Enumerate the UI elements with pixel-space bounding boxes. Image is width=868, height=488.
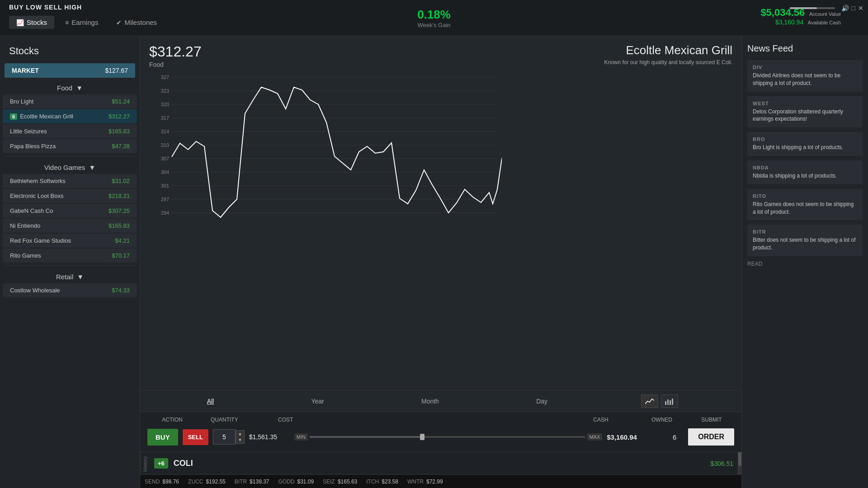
svg-text:307: 307: [161, 156, 169, 161]
tab-earnings[interactable]: ≡ Earnings: [58, 16, 105, 29]
tab-milestones[interactable]: ✔ Milestones: [109, 16, 164, 29]
header-submit: SUBMIT: [693, 417, 730, 423]
qty-down-arrow[interactable]: ▼: [236, 437, 244, 443]
chart-price: $312.27: [149, 43, 202, 60]
earnings-icon: ≡: [65, 19, 69, 26]
category-food[interactable]: Food ▼: [0, 80, 140, 94]
quantity-control: ▲ ▼: [213, 429, 245, 445]
chart-area: $312.27 Food Ecoltle Mexican Grill Known…: [140, 36, 741, 390]
news-text-bitr: Bitter does not seem to be shipping a lo…: [753, 236, 857, 252]
market-label: MARKET: [12, 67, 39, 74]
time-year[interactable]: Year: [307, 396, 327, 407]
dropdown-icon-vg: ▼: [89, 164, 95, 171]
chart-time-controls: All Year Month Day: [140, 390, 741, 412]
category-videogames-label: Video Games: [44, 164, 85, 171]
divider: [5, 265, 135, 266]
stock-price: $47.28: [112, 143, 130, 150]
stock-rito[interactable]: Rito Games $70.17: [3, 249, 137, 263]
stock-name: Red Fox Game Studios: [10, 237, 71, 244]
svg-text:327: 327: [161, 75, 169, 80]
stock-name: Papa Bless Pizza: [10, 143, 56, 150]
tab-earnings-label: Earnings: [71, 19, 98, 26]
available-cash: $3,160.94: [775, 19, 803, 26]
history-scroll[interactable]: [738, 452, 741, 474]
news-item-div[interactable]: DIV Divided Airlines does not seem to be…: [747, 60, 863, 92]
top-bar: BUY LOW SELL HIGH 📈 Stocks ≡ Earnings ✔ …: [0, 0, 868, 36]
stock-name: Costlow Wholesale: [10, 287, 60, 294]
stock-price: $4.21: [115, 237, 130, 244]
category-retail-label: Retail: [56, 273, 73, 281]
stock-price: $165.63: [108, 128, 130, 135]
available-cash-label: Available Cash: [808, 20, 841, 25]
header-cost: COST: [256, 417, 315, 423]
stock-red-fox[interactable]: Red Fox Game Studios $4.21: [3, 234, 137, 248]
history-label: History: [140, 452, 150, 474]
order-button[interactable]: ORDER: [688, 428, 734, 446]
stock-price: $74.33: [112, 287, 130, 294]
stock-price: $165.83: [108, 222, 130, 229]
dropdown-icon-food: ▼: [76, 84, 83, 92]
market-row[interactable]: MARKET $127.67: [5, 63, 135, 78]
stock-name: GabeN Cash Co: [10, 207, 53, 214]
svg-text:320: 320: [161, 102, 169, 107]
stock-price: $307.25: [108, 207, 130, 214]
svg-text:297: 297: [161, 197, 169, 202]
time-month[interactable]: Month: [418, 396, 443, 407]
account-value-label: Account Value: [809, 11, 841, 17]
restore-icon[interactable]: □: [852, 5, 855, 12]
stock-gaben[interactable]: GabeN Cash Co $307.25: [3, 204, 137, 218]
weeks-gain-label: Week's Gain: [417, 22, 451, 28]
owned-count: 6: [665, 433, 684, 441]
stock-costlow[interactable]: Costlow Wholesale $74.33: [3, 283, 137, 297]
buy-button[interactable]: BUY: [147, 429, 178, 446]
news-ticker-bitr: BITR: [753, 229, 857, 235]
header-cash: CASH: [571, 417, 630, 423]
svg-text:301: 301: [161, 183, 169, 188]
quantity-arrows: ▲ ▼: [236, 430, 245, 444]
slider-track[interactable]: [310, 436, 585, 438]
news-ticker-div: DIV: [753, 65, 857, 70]
time-all[interactable]: All: [203, 396, 218, 407]
chart-header: $312.27 Food Ecoltle Mexican Grill Known…: [149, 43, 732, 68]
time-day[interactable]: Day: [533, 396, 551, 407]
svg-text:314: 314: [161, 129, 169, 134]
line-chart-view[interactable]: [641, 394, 658, 408]
news-item-bro[interactable]: BRO Bro Light is shipping a lot of produ…: [747, 132, 863, 156]
close-icon[interactable]: ✕: [858, 5, 863, 12]
stock-name-ecoltle: Ecoltle Mexican Grill: [20, 113, 73, 120]
chart-description: Known for our high quality and locally s…: [604, 59, 733, 66]
news-item-west[interactable]: WEST Delos Corporation shattered quarter…: [747, 96, 863, 128]
news-panel: News Feed DIV Divided Airlines does not …: [741, 36, 868, 488]
category-retail[interactable]: Retail ▼: [0, 268, 140, 282]
stock-ecoltle[interactable]: 6 Ecoltle Mexican Grill $312.27: [3, 109, 137, 123]
news-item-rito[interactable]: RITO Rito Games does not seem to be ship…: [747, 189, 863, 221]
weeks-gain-stat: 0.18% Week's Gain: [417, 8, 451, 28]
volume-icon: 🔊: [841, 5, 849, 12]
sell-button[interactable]: SELL: [183, 429, 208, 445]
stock-ni-entiendo[interactable]: Ni Entiendo $165.83: [3, 219, 137, 233]
stock-papa-bless[interactable]: Papa Bless Pizza $47.28: [3, 139, 137, 153]
category-videogames[interactable]: Video Games ▼: [0, 159, 140, 173]
stock-bro-light[interactable]: Bro Light $51.24: [3, 94, 137, 108]
stock-bethlehem[interactable]: Bethlehem Softworks $31.02: [3, 174, 137, 188]
stock-little-seizures[interactable]: Little Seizures $165.63: [3, 124, 137, 138]
stock-electronic-loot[interactable]: Electronic Loot Boxs $218.21: [3, 189, 137, 203]
slider-container[interactable]: MIN MAX: [294, 433, 602, 441]
quantity-input[interactable]: [213, 429, 236, 445]
slider-max-label: MAX: [587, 433, 602, 441]
news-ticker-bro: BRO: [753, 136, 857, 142]
ticker-item: SEND $98.76: [145, 479, 179, 485]
tab-stocks[interactable]: 📈 Stocks: [9, 16, 54, 29]
qty-up-arrow[interactable]: ▲: [236, 431, 244, 437]
stock-badge-ecoltle: 6: [10, 113, 17, 120]
news-item-bitr[interactable]: BITR Bitter does not seem to be shipping…: [747, 225, 863, 256]
svg-rect-25: [672, 399, 673, 405]
stock-price: $31.02: [112, 178, 130, 184]
news-item-nbda[interactable]: NBDA Nbidia is shipping a lot of product…: [747, 160, 863, 184]
app-title: BUY LOW SELL HIGH: [9, 4, 82, 11]
sidebar: Stocks MARKET $127.67 Food ▼ Bro Light $…: [0, 36, 140, 488]
bar-chart-view[interactable]: [661, 394, 678, 408]
trading-header: ACTION QUANTITY COST CASH OWNED SUBMIT: [147, 417, 734, 423]
slider-min-label: MIN: [294, 433, 308, 441]
stock-price: $218.21: [108, 192, 130, 199]
